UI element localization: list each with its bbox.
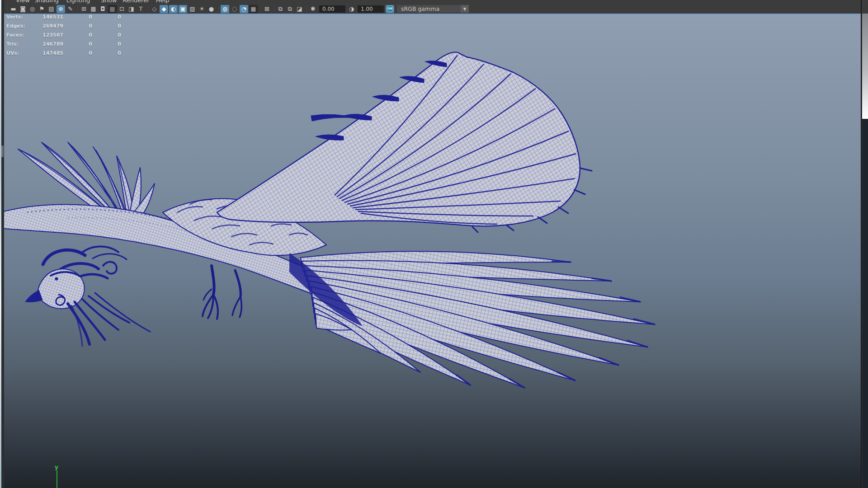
depth-of-field-icon[interactable]: ■ [249,5,258,13]
field-chart-icon[interactable]: ⊡ [118,5,126,13]
shadows-icon[interactable]: ● [207,5,216,13]
xray-icon[interactable]: ⧉ [276,5,285,13]
hud-value: 0 [63,41,92,47]
left-panel-highlight [0,0,1,488]
axis-y-line [57,470,57,488]
scrollbar-thumb[interactable] [862,14,868,119]
hud-value: 0 [92,32,121,38]
toolbar-separator [75,5,79,13]
resolution-gate-icon[interactable]: ◘ [99,5,107,13]
hud-row-tris: Tris:24678900 [6,39,121,48]
hud-row-edges: Edges:26947900 [6,21,121,30]
gate-mask-icon[interactable]: ▩ [108,5,117,13]
toolbar-separator [272,5,275,13]
view-axis-gizmo: y [55,465,64,488]
menu-show[interactable]: Show [101,0,117,4]
hud-value: 0 [92,14,121,20]
select-camera-icon[interactable]: ▬ [9,5,18,13]
exposure-icon[interactable]: ✱ [309,5,317,13]
occlusion-icon[interactable]: ◍ [221,5,229,13]
hud-label: Edges: [6,23,38,29]
wireframe-display-icon[interactable]: ◇ [150,5,159,13]
textured-display-icon[interactable]: ▣ [179,5,187,13]
toolbar-separator [217,5,220,13]
menu-renderer[interactable]: Renderer [123,0,149,4]
menu-help[interactable]: Help [156,0,170,4]
right-rail-divider [861,0,862,488]
wireframe-model-phoenix[interactable] [4,14,861,488]
menu-view[interactable]: View [16,0,30,4]
camera-attributes-icon[interactable]: ◎ [28,5,37,13]
pan-zoom-2d-icon[interactable]: ⊕ [57,5,65,13]
hud-value: 147485 [38,50,63,56]
exposure-field[interactable]: 0.00 [319,5,345,13]
hud-value: 0 [63,14,92,20]
grid-icon[interactable]: ⊞ [80,5,88,13]
hud-value: 0 [63,32,92,38]
xray-active-components-icon[interactable]: ◪ [295,5,304,13]
safe-action-icon[interactable]: ◨ [127,5,136,13]
chevron-down-icon: ▼ [461,5,469,13]
safe-title-icon[interactable]: T [137,5,145,13]
toolbar-separator [259,5,262,13]
toolbar-separator [5,5,8,13]
motion-blur-icon[interactable]: ◌ [230,5,239,13]
hud-value: 0 [92,41,121,47]
hud-row-faces: Faces:12350700 [6,30,121,39]
anti-aliasing-icon[interactable]: ◔ [240,5,248,13]
lock-camera-icon[interactable]: ◙ [19,5,27,13]
bookmark-view-icon[interactable]: ⚑ [38,5,46,13]
lights-icon[interactable]: ☀ [198,5,206,13]
contrast-icon[interactable]: ◑ [347,5,356,13]
view-transform-dropdown[interactable]: sRGB gamma▼ [397,5,469,13]
menu-bar: ViewShadingLightingShowRendererHelp [4,0,861,4]
hud-label: UVs: [6,50,38,56]
hud-label: Verts: [6,14,38,20]
hud-value: 246789 [38,41,63,47]
toolbar-separator [305,5,308,13]
left-panel-handle[interactable] [1,145,4,157]
hud-value: 0 [63,50,92,56]
color-management-toggle[interactable]: ON [386,5,394,13]
menu-shading[interactable]: Shading [35,0,59,4]
xray-joints-icon[interactable]: ⧉ [286,5,294,13]
wireframe-on-shaded-icon[interactable]: ◐ [169,5,178,13]
hud-value: 123507 [38,32,63,38]
hud-value: 0 [63,23,92,29]
film-gate-icon[interactable]: ▦ [89,5,98,13]
image-plane-icon[interactable]: ▤ [47,5,56,13]
hud-row-verts: Verts:14653100 [6,14,121,21]
left-panel-edge [0,0,4,488]
panel-toolbar: ▬◙◎⚑▤⊕✎⊞▦◘▩⊡◨T◇◆◐▣▨☀●◍◌◔■⊠⧉⧉◪✱0.00◑1.00O… [4,4,861,14]
axis-y-label: y [55,465,58,470]
hud-label: Faces: [6,32,38,38]
hud-row-uvs: UVs:14748500 [6,48,121,57]
hud-value: 146531 [38,14,63,20]
right-scroll-rail [861,0,868,488]
shaded-display-icon[interactable]: ◆ [160,5,168,13]
hud-value: 269479 [38,23,63,29]
hud-label: Tris: [6,41,38,47]
menu-lighting[interactable]: Lighting [66,0,90,4]
hud-value: 0 [92,23,121,29]
use-default-material-icon[interactable]: ▨ [188,5,197,13]
contrast-field[interactable]: 1.00 [358,5,384,13]
hud-value: 0 [92,50,121,56]
view-transform-value: sRGB gamma [401,5,439,12]
isolate-select-icon[interactable]: ⊠ [263,5,271,13]
poly-count-hud: Verts:14653100Edges:26947900Faces:123507… [6,14,121,57]
viewport[interactable]: Verts:14653100Edges:26947900Faces:123507… [4,14,861,488]
color-management-on-icon: ON [387,5,393,12]
toolbar-separator [146,5,149,13]
grease-pencil-icon[interactable]: ✎ [66,5,75,13]
scrollbar-track[interactable] [862,119,868,488]
